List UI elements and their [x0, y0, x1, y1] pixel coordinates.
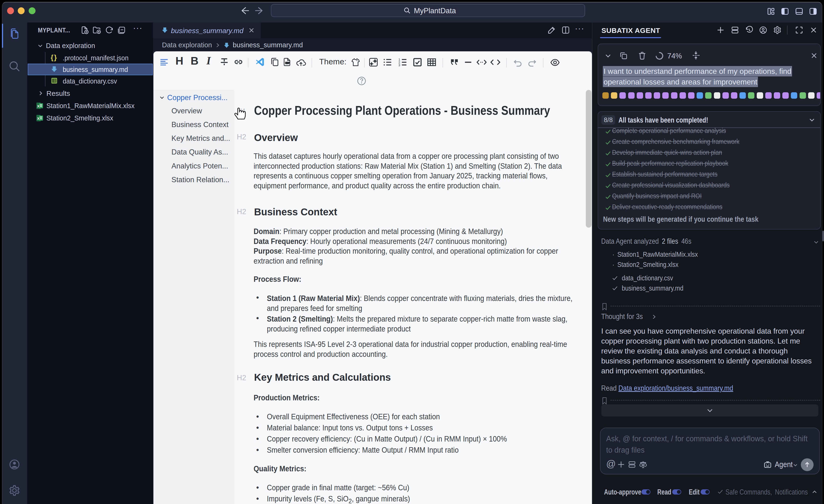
svg-text:X: X — [37, 104, 39, 108]
svg-text:X: X — [37, 116, 39, 120]
svg-text:PDF: PDF — [286, 62, 290, 64]
svg-text:3: 3 — [399, 64, 400, 67]
